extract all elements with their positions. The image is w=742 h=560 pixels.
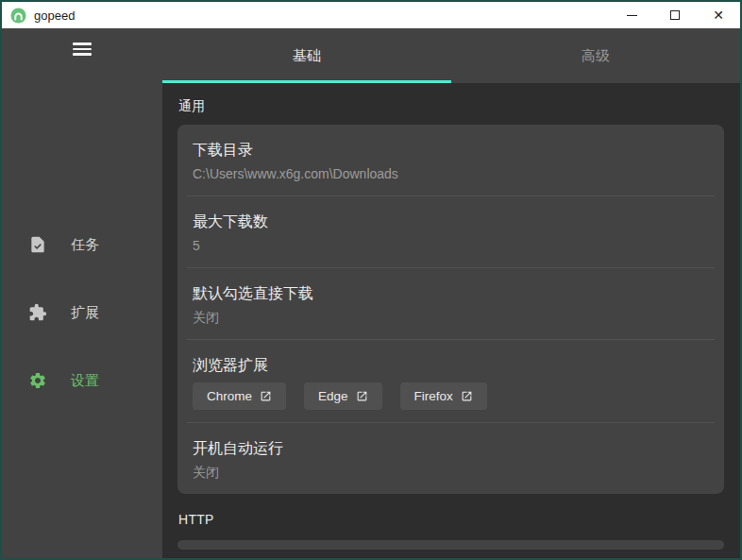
hamburger-icon [73,42,92,45]
app-body: 任务 扩展 设置 基础 [2,28,740,558]
sidebar-item-label: 设置 [71,372,99,390]
setting-title: 最大下载数 [193,211,709,232]
close-icon: ✕ [713,8,724,22]
open-in-new-icon [461,390,473,402]
minimize-icon [627,15,637,16]
http-settings-card [177,540,724,550]
chrome-extension-button[interactable]: Chrome [193,382,286,410]
tab-basic[interactable]: 基础 [162,28,451,83]
firefox-extension-button[interactable]: Firefox [400,382,487,410]
window-title: gopeed [34,8,75,23]
section-header-general: 通用 [178,98,723,115]
maximize-button[interactable] [653,2,697,28]
setting-row-autostart[interactable]: 开机自动运行 关闭 [177,423,724,494]
setting-row-default-direct-download[interactable]: 默认勾选直接下载 关闭 [177,268,724,339]
maximize-icon [670,10,680,20]
sidebar-item-label: 扩展 [71,304,99,322]
setting-value: 关闭 [193,463,709,482]
task-icon [28,235,47,254]
setting-value: 5 [193,236,709,255]
setting-row-max-downloads[interactable]: 最大下载数 5 [177,196,724,267]
sidebar-item-tasks[interactable]: 任务 [2,233,162,256]
sidebar-item-settings[interactable]: 设置 [2,369,162,392]
setting-value: 关闭 [193,308,709,327]
extension-buttons: Chrome Edge Firefox [193,382,709,410]
open-in-new-icon [356,390,368,402]
sidebar-item-label: 任务 [71,236,99,254]
setting-row-browser-extensions: 浏览器扩展 Chrome Edge Firefox [177,340,724,422]
setting-title: 默认勾选直接下载 [193,282,709,304]
section-header-http: HTTP [178,512,723,527]
app-window: gopeed ✕ [0,0,742,560]
tab-advanced[interactable]: 高级 [451,28,740,83]
setting-title: 下载目录 [193,139,709,161]
tabbar: 基础 高级 [162,28,740,83]
sidebar-nav: 任务 扩展 设置 [2,233,162,437]
sidebar-item-extensions[interactable]: 扩展 [2,301,162,324]
setting-value: C:\Users\www.x6g.com\Downloads [193,164,709,183]
minimize-button[interactable] [610,2,653,28]
setting-title: 浏览器扩展 [193,354,709,376]
open-in-new-icon [260,390,272,402]
general-settings-card: 下载目录 C:\Users\www.x6g.com\Downloads 最大下载… [177,125,724,494]
setting-title: 开机自动运行 [193,437,709,459]
menu-button[interactable] [73,42,92,56]
tab-active-indicator [162,80,451,83]
main-panel: 基础 高级 通用 下载目录 C:\Users\www.x6g.com\Downl… [162,28,740,558]
extension-icon [28,303,47,322]
edge-extension-button[interactable]: Edge [304,382,382,410]
gear-icon [28,371,47,390]
sidebar: 任务 扩展 设置 [2,28,162,558]
window-controls: ✕ [610,2,740,28]
titlebar: gopeed ✕ [2,2,740,28]
close-button[interactable]: ✕ [697,2,740,28]
settings-content: 通用 下载目录 C:\Users\www.x6g.com\Downloads 最… [162,83,740,558]
setting-row-download-dir[interactable]: 下载目录 C:\Users\www.x6g.com\Downloads [177,125,724,195]
gopeed-logo-icon [10,8,26,24]
